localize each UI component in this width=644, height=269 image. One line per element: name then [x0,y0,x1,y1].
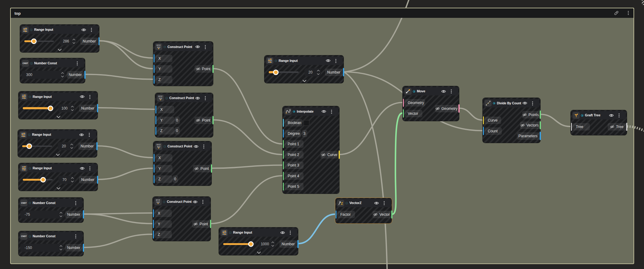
svg-text:XYZ: XYZ [156,199,160,201]
svg-text:XYZ: XYZ [159,95,163,97]
svg-text:Z: Z [341,202,343,205]
svg-text:XYZ: XYZ [157,44,161,46]
svg-text:XYZ: XYZ [157,144,161,146]
